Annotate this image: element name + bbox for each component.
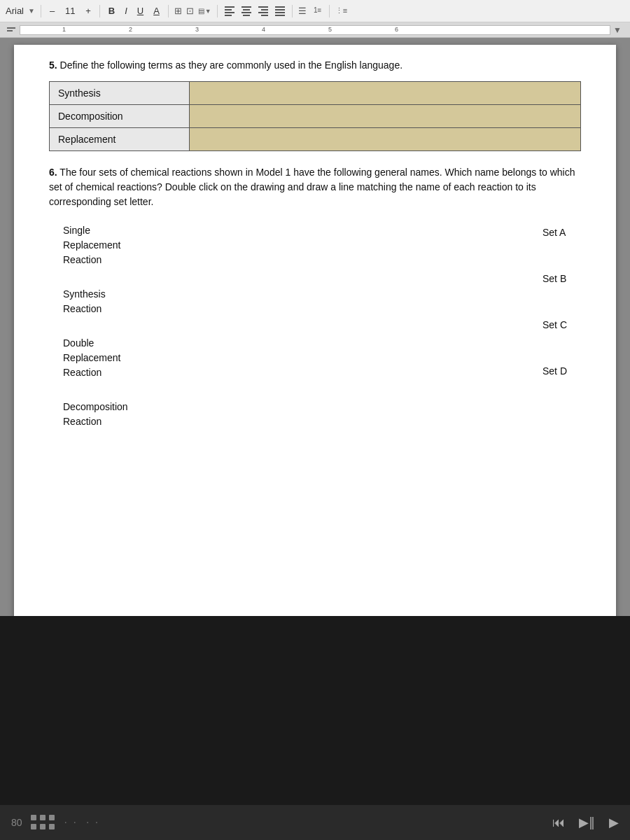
ruler-left-icon <box>6 24 17 36</box>
grid-icon[interactable] <box>31 815 56 831</box>
reaction-decomposition: Decomposition Reaction <box>63 400 500 429</box>
svg-rect-2 <box>7 30 13 31</box>
question-6: 6. The four sets of chemical reactions s… <box>49 165 581 429</box>
term-synthesis: Synthesis <box>50 81 190 104</box>
toolbar: Arial ▼ – 11 + B I U A ⊞ ⊡ ▤▼ ☰ <box>0 0 630 22</box>
bold-button[interactable]: B <box>106 4 118 18</box>
document-page: 5. Define the following terms as they ar… <box>14 45 616 616</box>
reaction-line2-2: Replacement <box>63 351 500 365</box>
ruler-mark-1: 1 <box>62 26 66 33</box>
font-size-label: 11 <box>62 6 78 16</box>
toolbar-separator-5 <box>292 5 293 18</box>
def-replacement[interactable] <box>190 127 581 150</box>
grid-dot-1 <box>31 815 36 820</box>
reaction-line3-2: Reaction <box>63 365 500 380</box>
page-number-label: 80 <box>11 817 22 828</box>
dots-pattern-1: · · <box>64 816 78 829</box>
grid-dot-5 <box>40 824 46 830</box>
ruler-mark-2: 2 <box>129 26 132 33</box>
align-right-icon[interactable] <box>257 5 270 18</box>
table-row-synthesis: Synthesis <box>50 81 581 104</box>
font-size-plus-button[interactable]: + <box>83 4 94 18</box>
extra-list-icon[interactable]: ⋮≡ <box>335 6 347 15</box>
set-a: Set A <box>542 227 566 238</box>
font-size-dash-button[interactable]: – <box>47 4 57 18</box>
dots-pattern-2: · · <box>86 816 99 829</box>
table-icon[interactable]: ▤▼ <box>198 7 211 15</box>
sets-column: Set A Set B Set C Set D <box>500 223 567 429</box>
toolbar-separator-4 <box>217 5 218 18</box>
toolbar-separator-6 <box>329 5 330 18</box>
taskbar: 80 · · · · ⏮ ▶‖ ▶ <box>0 805 630 840</box>
align-left-icon[interactable] <box>223 5 236 18</box>
reaction-single-replacement: Single Replacement Reaction <box>63 223 500 267</box>
numbered-list-icon[interactable]: 1≡ <box>314 5 323 17</box>
reaction-line1-3: Decomposition <box>63 400 500 414</box>
term-decomposition: Decomposition <box>50 104 190 127</box>
taskbar-left: 80 · · · · <box>11 815 99 831</box>
ruler-right-arrow[interactable]: ▼ <box>613 25 622 35</box>
def-synthesis[interactable] <box>190 81 581 104</box>
grid-dot-4 <box>31 824 36 830</box>
question-5-body: Define the following terms as they are c… <box>60 59 403 71</box>
question-6-body: The four sets of chemical reactions show… <box>49 167 575 207</box>
underline-button[interactable]: U <box>134 4 146 18</box>
set-d: Set D <box>542 365 567 377</box>
italic-button[interactable]: I <box>122 4 130 18</box>
ruler-mark-6: 6 <box>395 26 398 33</box>
taskbar-right: ⏮ ▶‖ ▶ <box>552 815 619 830</box>
question-5-number: 5. <box>49 59 57 71</box>
dark-background-area <box>0 616 630 805</box>
underline-a-button[interactable]: A <box>150 4 162 18</box>
rewind-button[interactable]: ⏮ <box>552 816 565 830</box>
reaction-line2-0: Replacement <box>63 238 500 253</box>
document-area: 5. Define the following terms as they ar… <box>0 38 630 616</box>
ruler-strip: 1 2 3 4 5 6 <box>20 25 610 35</box>
svg-text:1≡: 1≡ <box>314 6 322 14</box>
def-decomposition[interactable] <box>190 104 581 127</box>
table-row-replacement: Replacement <box>50 127 581 150</box>
question-5-text: 5. Define the following terms as they ar… <box>49 59 581 73</box>
grid-dot-6 <box>49 824 55 830</box>
reaction-line2-3: Reaction <box>63 414 500 429</box>
question-5: 5. Define the following terms as they ar… <box>49 59 581 151</box>
term-replacement: Replacement <box>50 127 190 150</box>
toolbar-separator-2 <box>99 5 100 18</box>
reaction-synthesis: Synthesis Reaction <box>63 287 500 316</box>
reaction-line1-2: Double <box>63 336 500 351</box>
align-justify-icon[interactable] <box>274 5 286 18</box>
question-6-text: 6. The four sets of chemical reactions s… <box>49 165 581 209</box>
font-name-label: Arial <box>6 6 24 16</box>
link-icon[interactable]: ⊞ <box>174 6 182 16</box>
toolbar-separator-1 <box>41 5 41 18</box>
font-name-arrow-icon[interactable]: ▼ <box>28 7 35 15</box>
grid-dot-2 <box>40 815 46 820</box>
ruler-mark-4: 4 <box>262 26 265 33</box>
svg-rect-1 <box>7 27 15 29</box>
align-center-icon[interactable] <box>240 5 253 18</box>
reaction-line3-0: Reaction <box>63 253 500 267</box>
forward-button[interactable]: ▶ <box>609 815 619 830</box>
play-pause-button[interactable]: ▶‖ <box>579 815 595 830</box>
reactions-column: Single Replacement Reaction Synthesis Re… <box>63 223 500 429</box>
ruler-mark-5: 5 <box>328 26 332 33</box>
matching-container: Single Replacement Reaction Synthesis Re… <box>49 223 581 429</box>
definition-table: Synthesis Decomposition Replacement <box>49 81 581 151</box>
toolbar-separator-3 <box>168 5 169 18</box>
bullet-list-icon[interactable]: ☰ <box>298 6 307 16</box>
set-c: Set C <box>542 319 567 330</box>
ruler: 1 2 3 4 5 6 ▼ <box>0 22 630 38</box>
reaction-line1-0: Single <box>63 223 500 238</box>
set-b: Set B <box>542 273 566 284</box>
question-6-number: 6. <box>49 167 57 178</box>
grid-dot-3 <box>49 815 55 820</box>
table-row-decomposition: Decomposition <box>50 104 581 127</box>
image-icon[interactable]: ⊡ <box>186 6 194 16</box>
ruler-mark-3: 3 <box>195 26 199 33</box>
reaction-double-replacement: Double Replacement Reaction <box>63 336 500 380</box>
reaction-line1-1: Synthesis <box>63 287 500 302</box>
reaction-line2-1: Reaction <box>63 302 500 316</box>
